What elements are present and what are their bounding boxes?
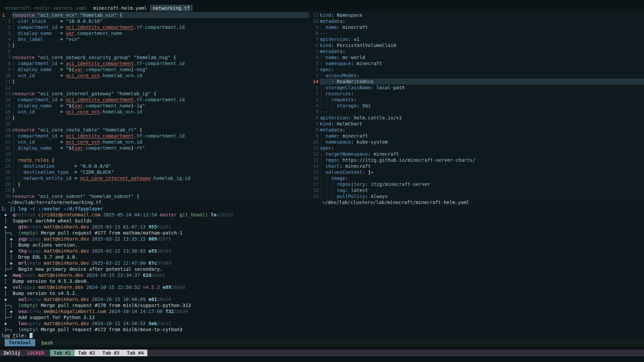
code-line[interactable]: 2│ resources: bbox=[311, 91, 644, 97]
code-line[interactable]: 12 bbox=[0, 85, 309, 91]
code-line[interactable]: 3│ │ requests: bbox=[311, 97, 644, 103]
code-line[interactable]: 13resource "oci_core_internet_gateway" "… bbox=[0, 91, 309, 97]
code-line[interactable]: 2spec: bbox=[311, 66, 644, 72]
code-line[interactable]: 4│ │ │ storage: 5Gi bbox=[311, 103, 644, 109]
text-segment: name bbox=[326, 133, 337, 139]
code-text: │ chart: minecraft bbox=[320, 163, 644, 169]
code-line[interactable]: 3│ namespace: minecraft bbox=[311, 60, 644, 66]
buffer-tab-minecraft-helm-yaml[interactable]: minecraft-helm.yaml bbox=[90, 5, 150, 11]
code-line[interactable]: 11spec: bbox=[311, 145, 644, 151]
code-line[interactable]: 14│ chart: minecraft bbox=[311, 163, 644, 169]
zellij-tab-Tab-2[interactable]: Tab #2 bbox=[75, 350, 99, 356]
code-line[interactable]: 5metadata: bbox=[311, 48, 644, 54]
code-line[interactable]: 7resource "oci_core_network_security_gro… bbox=[0, 54, 309, 60]
code-line[interactable]: 28│ } bbox=[0, 181, 309, 187]
code-line[interactable]: 6 bbox=[0, 48, 309, 54]
text-segment bbox=[7, 297, 18, 302]
line-number: 3 bbox=[2, 30, 11, 36]
pane-tab-bash[interactable]: bash bbox=[41, 340, 53, 346]
zellij-tab-Tab-1[interactable]: Tab #1 bbox=[50, 350, 75, 356]
code-line[interactable]: 10│ namespace: kube-system bbox=[311, 139, 644, 145]
text-segment: │ │ │ bbox=[320, 194, 337, 199]
code-line[interactable]: 13│ repo: https://itzg.github.io/minecra… bbox=[311, 157, 644, 163]
code-line[interactable]: 10│ vcn_id = oci_core_vcn.homelab_vcn.id bbox=[0, 72, 309, 79]
code-line[interactable]: 11kind: Namespace bbox=[311, 12, 644, 18]
code-line[interactable]: 5--- bbox=[311, 109, 644, 115]
code-line[interactable]: 26│ │ destination_type = "CIDR_BLOCK" bbox=[0, 169, 309, 175]
pane-tab-terminal[interactable]: Terminal bbox=[5, 339, 35, 346]
code-line[interactable]: 3│ display_name = var.compartment_name bbox=[0, 30, 309, 36]
code-line[interactable]: 8--- bbox=[311, 30, 644, 36]
log-line: ├─╮ (empty) Merge pull request #170 from… bbox=[1, 302, 644, 308]
text-segment: resource bbox=[12, 91, 35, 96]
code-area-right[interactable]: 11kind: Namespace10metadata:9│ name: min… bbox=[311, 12, 644, 199]
code-line[interactable]: 21│ vcn_id = oci_core_vcn.homelab_vcn.id bbox=[0, 139, 309, 145]
code-line[interactable]: 16│ vcn_id = oci_core_vcn.homelab_vcn.id bbox=[0, 109, 309, 115]
text-segment: Bump actions version. bbox=[18, 242, 78, 248]
code-line[interactable]: 27│ │ network_entity_id = oci_core_inter… bbox=[0, 175, 309, 181]
code-line[interactable]: 2│ compartment_id = oci_identity_compart… bbox=[0, 24, 309, 30]
code-line[interactable]: 8│ compartment_id = oci_identity_compart… bbox=[0, 60, 309, 66]
code-line[interactable]: 15│ valuesContent: |- bbox=[311, 169, 644, 175]
code-line[interactable]: 16│ │ image: bbox=[311, 175, 644, 181]
editor-pane-minecraft-helm-yaml[interactable]: 11kind: Namespace10metadata:9│ name: min… bbox=[311, 12, 644, 205]
code-area-left[interactable]: 1resource "oci_core_vcn" "homelab_vcn" {… bbox=[0, 12, 309, 199]
text-segment: │ │ bbox=[12, 175, 23, 181]
code-line[interactable]: 15│ display_name = "${var.compartment_na… bbox=[0, 103, 309, 109]
code-line[interactable]: 7kind: HelmChart bbox=[311, 121, 644, 127]
code-line[interactable]: 24│ route_rules { bbox=[0, 157, 309, 163]
code-line[interactable]: 9│ name: minecraft bbox=[311, 24, 644, 30]
text-segment bbox=[7, 212, 13, 217]
code-line[interactable]: 19│ │ │ pullPolicy: Always bbox=[311, 193, 644, 199]
zellij-tab-Tab-4[interactable]: Tab #4 bbox=[123, 350, 148, 356]
text-segment: kind bbox=[320, 121, 331, 126]
editor-pane-networking-tf[interactable]: 1resource "oci_core_vcn" "homelab_vcn" {… bbox=[0, 12, 309, 205]
code-line-current[interactable]: 14│ │ - ReadWriteOnce bbox=[311, 79, 644, 85]
code-line[interactable]: 20│ compartment_id = oci_identity_compar… bbox=[0, 133, 309, 139]
code-line[interactable]: 9│ display_name = "${var.compartment_nam… bbox=[0, 66, 309, 72]
buffer-tab-networking-tf[interactable]: networking.tf bbox=[150, 5, 193, 11]
code-line[interactable]: 30resource "oci_core_subnet" "homelab_su… bbox=[0, 193, 309, 199]
text-segment: matt@einhorn.dev bbox=[44, 248, 89, 254]
code-line[interactable]: 17│ │ │ repository: itzg/minecraft-serve… bbox=[311, 181, 644, 187]
text-segment: Add support for Python 3.13 bbox=[18, 315, 95, 320]
code-line[interactable]: 1│ cidr_block = "10.0.0.0/16" bbox=[0, 18, 309, 24]
code-line[interactable]: 4│ dns_label = "vcn" bbox=[0, 36, 309, 42]
code-line[interactable]: 18 bbox=[0, 121, 309, 127]
code-line[interactable]: 6apiVersion: helm.cattle.io/v1 bbox=[311, 115, 644, 121]
text-segment: │ bbox=[320, 61, 326, 66]
code-line[interactable]: 29} bbox=[0, 187, 309, 193]
code-line[interactable]: 10metadata: bbox=[311, 18, 644, 24]
text-segment bbox=[13, 242, 18, 248]
zellij-tab-Tab-3[interactable]: Tab #3 bbox=[99, 350, 123, 356]
code-line[interactable]: 1│ accessModes: bbox=[311, 72, 644, 79]
terminal-pane[interactable]: 1: jj log -r ::master ~/d/ffpyplayer ◆ q… bbox=[0, 206, 644, 339]
code-line[interactable]: 1│ storageClassName: local-path bbox=[311, 85, 644, 91]
text-segment: a10312 bbox=[216, 212, 234, 217]
code-line[interactable]: 18│ │ │ tag: latest bbox=[311, 187, 644, 193]
text-segment: 62d bbox=[143, 272, 151, 278]
code-line[interactable]: 23│ bbox=[0, 151, 309, 157]
text-segment: } bbox=[131, 67, 134, 72]
code-line[interactable]: 22│ display_name = "${var.compartment_na… bbox=[0, 145, 309, 151]
text-segment bbox=[13, 315, 18, 320]
code-line[interactable]: 7apiVersion: v1 bbox=[311, 36, 644, 42]
text-segment: │ bbox=[12, 151, 15, 157]
code-line[interactable]: 11} bbox=[0, 79, 309, 85]
code-line[interactable]: 5} bbox=[0, 42, 309, 48]
code-line[interactable]: 19resource "oci_core_route_table" "homel… bbox=[0, 127, 309, 133]
code-line[interactable]: 25│ │ destination = "0.0.0.0/0" bbox=[0, 163, 309, 169]
text-segment: var bbox=[74, 67, 83, 72]
code-line[interactable]: 6kind: PersistentVolumeClaim bbox=[311, 42, 644, 48]
code-line[interactable]: 14│ compartment_id = oci_identity_compar… bbox=[0, 97, 309, 103]
code-line[interactable]: 12│ targetNamespace: minecraft bbox=[311, 151, 644, 157]
code-line[interactable]: 8metadata: bbox=[311, 127, 644, 133]
text-segment: Support aarch64 wheel builds bbox=[13, 218, 92, 223]
log-line: log file: bbox=[1, 332, 644, 339]
code-line[interactable]: 17} bbox=[0, 115, 309, 121]
code-line[interactable]: 9│ name: minecraft bbox=[311, 133, 644, 139]
code-line-current[interactable]: 1resource "oci_core_vcn" "homelab_vcn" { bbox=[0, 12, 309, 18]
buffer-tab-minecraft-restic-secrets-yaml[interactable]: minecraft-restic-secrets.yaml bbox=[2, 5, 90, 11]
code-line[interactable]: 4│ name: mc-world bbox=[311, 54, 644, 60]
text-segment: aeee1 bbox=[151, 272, 165, 278]
